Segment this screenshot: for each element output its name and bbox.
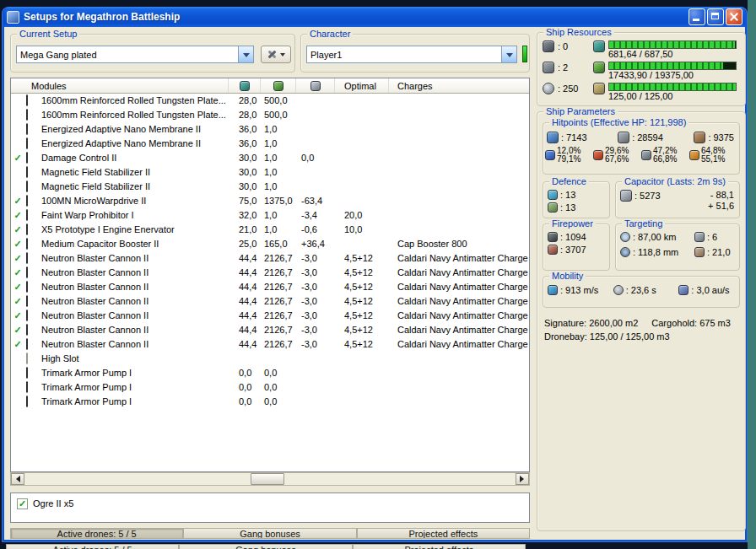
active-check-icon: ✓ [11,151,24,165]
powergrid-value: 1,0 [261,165,296,180]
module-name: Energized Adaptive Nano Membrane II [40,137,229,151]
table-row[interactable]: ✓ Medium Capacitor Booster II 25,0 165,0… [11,237,529,251]
cpu-bar [608,40,737,49]
kinetic-resist-icon [641,150,651,160]
table-row[interactable]: Trimark Armor Pump I 0,0 0,0 [11,395,529,409]
upgrade-usage-value: 125,00 / 125,00 [608,91,737,101]
shield-recharge-icon [548,190,558,200]
table-row[interactable]: 1600mm Reinforced Rolled Tungsten Plate.… [11,94,529,108]
clipped-tab-projected-effects[interactable]: Projected effects [353,544,526,549]
cpu-column-header[interactable] [229,78,261,93]
window-titlebar[interactable]: Setups for Megathron Battleship [4,7,745,27]
table-row[interactable]: ✓ 100MN MicroWarpdrive II 75,0 1375,0 -6… [11,194,529,208]
table-row[interactable]: Magnetic Field Stabilizer II 30,0 1,0 [11,165,529,180]
module-name: Neutron Blaster Cannon II [40,294,229,309]
module-icon [26,252,28,264]
clipped-tab-active-drones[interactable]: Active drones: 5 / 5 [6,544,179,549]
scroll-left-button[interactable] [11,473,24,485]
powergrid-value: 2126,7 [261,337,296,352]
table-row[interactable]: ✓ X5 Prototype I Engine Enervator 21,0 1… [11,223,529,237]
wrench-icon [267,49,278,60]
setup-combobox[interactable]: Mega Gang plated [16,46,254,63]
table-row[interactable]: 1600mm Reinforced Rolled Tungsten Plate.… [11,108,529,122]
ship-resources-label: Ship Resources [543,27,614,38]
app-window: Setups for Megathron Battleship Current … [2,7,748,542]
table-row[interactable]: ✓ Neutron Blaster Cannon II 44,4 2126,7 … [11,251,529,266]
module-icon [26,152,28,164]
targeting-range-value: : 87,00 km [633,232,676,242]
optimal-column-header[interactable]: Optimal [335,78,389,93]
table-row[interactable]: ✓ Neutron Blaster Cannon II 44,4 2126,7 … [11,309,529,323]
minimize-button[interactable] [688,8,705,25]
powergrid-bar [608,62,737,70]
table-row[interactable]: Energized Adaptive Nano Membrane II 36,0… [11,122,529,137]
table-row[interactable]: Energized Adaptive Nano Membrane II 36,0… [11,137,529,151]
module-icon [26,209,28,221]
table-row[interactable]: ✓ Damage Control II 30,0 1,0 0,0 [11,151,529,165]
tab-gang-bonuses[interactable]: Gang bonuses [183,528,356,539]
table-row[interactable]: Trimark Armor Pump I 0,0 0,0 [11,366,529,380]
capacitor-value: +36,4 [296,237,335,251]
maximize-button[interactable] [707,8,724,25]
active-check-icon: ✓ [11,237,24,251]
tab-active-drones[interactable]: Active drones: 5 / 5 [10,528,183,539]
table-row[interactable]: Magnetic Field Stabilizer II 30,0 1,0 [11,180,529,194]
setup-combobox-arrow-icon[interactable] [238,46,253,62]
structure-hp-value: : 9375 [708,132,734,143]
warp-speed-icon [678,285,688,295]
align-time-value: : 23,6 s [626,285,656,295]
table-row[interactable]: Trimark Armor Pump I 0,0 0,0 [11,380,529,395]
table-row[interactable]: ✓ Neutron Blaster Cannon II 44,4 2126,7 … [11,323,529,337]
table-row[interactable]: High Slot [11,352,529,366]
character-combobox-arrow-icon[interactable] [501,46,516,62]
thermal-resist-icon [593,150,603,160]
character-combobox[interactable]: Player1 [306,46,517,63]
horizontal-scrollbar[interactable] [10,472,530,486]
table-row[interactable]: ✓ Neutron Blaster Cannon II 44,4 2126,7 … [11,337,529,352]
scan-resolution-icon [694,247,705,257]
drone-active-checkbox[interactable]: ✓ [17,498,28,509]
cpu-value: 30,0 [229,165,261,180]
clipped-bottom-row: Active drones: 5 / 5 Gang bonuses Projec… [2,544,748,549]
charges-value: Caldari Navy Antimatter Charge L [389,309,529,323]
tab-projected-effects[interactable]: Projected effects [357,528,530,539]
capacitor-value: -3,0 [296,309,335,323]
dronebay-value: Dronebay: 125,00 / 125,00 m3 [544,331,670,342]
powergrid-column-header[interactable] [261,78,296,93]
hitpoints-group: Hitpoints (Effective HP: 121,998) : 7143… [543,122,740,175]
optimal-value: 10,0 [335,223,389,237]
charges-column-header[interactable]: Charges [389,78,529,93]
module-icon [26,94,28,106]
active-check-icon: ✓ [11,309,24,323]
setup-tools-button[interactable] [261,46,291,63]
clipped-tab-gang-bonuses[interactable]: Gang bonuses [179,544,352,549]
powergrid-value: 165,0 [261,237,296,251]
table-row[interactable]: ✓ Faint Warp Prohibitor I 32,0 1,0 -3,4 … [11,208,529,223]
module-icon [26,309,28,321]
cpu-value: 44,4 [229,337,261,352]
app-icon [7,11,19,24]
scroll-right-button[interactable] [516,473,529,485]
shield-icon [547,132,559,143]
dps-icon [548,245,558,255]
table-row[interactable]: ✓ Neutron Blaster Cannon II 44,4 2126,7 … [11,294,529,309]
drones-panel: ✓ Ogre II x5 [10,492,530,523]
capacitor-value: -3,0 [296,294,335,309]
table-row[interactable]: ✓ Neutron Blaster Cannon II 44,4 2126,7 … [11,266,529,280]
module-name: 1600mm Reinforced Rolled Tungsten Plate.… [40,108,229,122]
close-button[interactable] [726,8,742,25]
modules-table-header[interactable]: Modules Optimal Charges [11,78,529,94]
module-icon [26,180,28,192]
module-name: Magnetic Field Stabilizer II [40,165,229,180]
shield-recharge-value: : 13 [560,190,575,200]
capacitor-column-header[interactable] [296,78,335,93]
module-name: Trimark Armor Pump I [40,380,229,395]
table-row[interactable]: ✓ Neutron Blaster Cannon II 44,4 2126,7 … [11,280,529,294]
shield-hp-value: : 7143 [561,132,587,143]
scrollbar-thumb[interactable] [251,473,284,485]
module-name: Neutron Blaster Cannon II [40,323,229,337]
modules-column-header[interactable]: Modules [11,78,229,93]
powergrid-value: 2126,7 [261,280,296,294]
scrollbar-track[interactable] [24,473,516,485]
cpu-value: 30,0 [229,180,261,194]
